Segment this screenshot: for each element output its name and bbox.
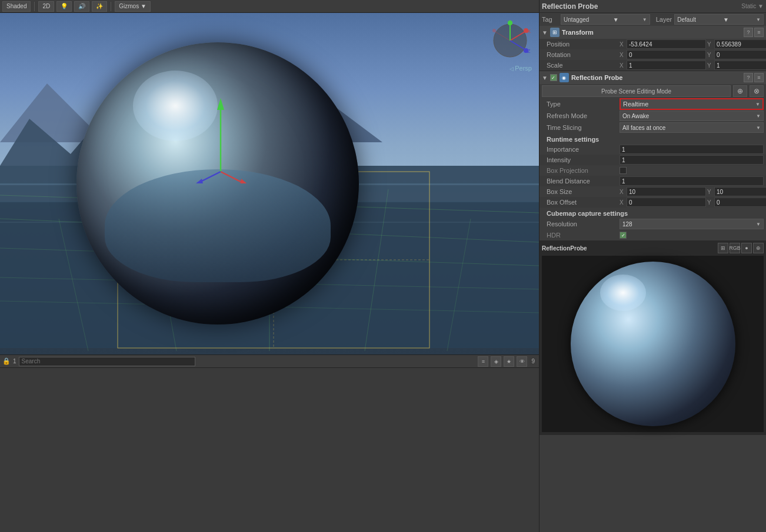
preview-expand-icon[interactable]: ⊕ (753, 243, 764, 253)
tag-dropdown[interactable]: Untagged ▼ (561, 14, 650, 25)
scale-y-field: Y (707, 61, 766, 70)
rp-settings-btn[interactable]: ≡ (754, 73, 764, 82)
hdr-checkbox[interactable]: ✓ (620, 232, 627, 239)
rp-header[interactable]: ▼ ✓ ◉ Reflection Probe ? ≡ (539, 71, 766, 84)
pos-y-input[interactable] (714, 39, 766, 49)
svg-text:Y: Y (508, 20, 512, 23)
scene-audio-btn[interactable]: 🔊 (74, 1, 89, 12)
preview-container (542, 256, 764, 432)
preview-highlight (600, 275, 646, 311)
preview-label-row: ReflectionProbe ⊞ RGB ● ⊕ (542, 243, 764, 253)
svg-line-16 (447, 219, 471, 351)
count-badge: 9 (529, 357, 537, 365)
refresh-mode-label: Refresh Mode (547, 112, 617, 119)
preview-grid-icon[interactable]: ⊞ (718, 243, 728, 253)
scale-x-input[interactable] (627, 61, 706, 70)
transform-settings-btn[interactable]: ≡ (754, 28, 764, 37)
rot-y-field: Y (707, 50, 766, 59)
time-slicing-dropdown[interactable]: All faces at once ▼ (620, 122, 764, 133)
time-slicing-arrow: ▼ (756, 125, 761, 131)
bottom-icons: ≡ ◈ ★ 👁 9 (478, 356, 537, 367)
box-x-input[interactable] (627, 187, 706, 196)
refresh-dropdown-arrow: ▼ (756, 113, 761, 119)
preview-rgb-icon[interactable]: RGB (730, 243, 740, 253)
tag-value: Untagged (564, 16, 589, 23)
box-projection-checkbox[interactable] (620, 167, 627, 174)
rotation-gizmo[interactable]: X Y Z (489, 20, 531, 62)
box-size-row: Box Size X Y Z (539, 186, 766, 197)
probe-edit-row: Probe Scene Editing Mode ⊕ ⊗ (539, 84, 766, 98)
rp-help-btn[interactable]: ? (744, 73, 753, 82)
object-name: Reflection Probe (542, 2, 739, 11)
box-y-input[interactable] (714, 187, 766, 196)
hierarchy-icon[interactable]: ≡ (478, 356, 488, 367)
scale-y-input[interactable] (714, 61, 766, 70)
resolution-arrow: ▼ (756, 222, 761, 227)
time-slicing-value: All faces at once (622, 125, 665, 131)
rp-fold-icon: ▼ (542, 75, 548, 81)
transform-tools: ? ≡ (744, 28, 764, 37)
pos-x-input[interactable] (627, 39, 706, 49)
refresh-mode-dropdown[interactable]: On Awake ▼ (620, 111, 764, 121)
offset-x-field: X (620, 198, 706, 207)
svg-line-14 (365, 189, 388, 351)
shading-mode-btn[interactable]: Shaded (2, 1, 31, 12)
box-offset-value: X Y Z (620, 198, 766, 207)
probe-snap-btn[interactable]: ⊗ (750, 85, 764, 97)
search-input[interactable] (19, 357, 195, 366)
offset-y-label: Y (707, 199, 713, 206)
rp-enabled-checkbox[interactable]: ✓ (550, 74, 557, 81)
project-panel (0, 367, 539, 532)
eye-icon[interactable]: 👁 (517, 356, 527, 367)
toolbar-sep (34, 2, 35, 11)
type-row: Type Realtime ▼ (539, 98, 766, 110)
type-dropdown[interactable]: Realtime ▼ (620, 98, 764, 110)
toolbar-sep2 (111, 2, 111, 11)
intensity-label: Intensity (547, 156, 617, 163)
pos-y-field: Y (707, 39, 766, 49)
probe-edit-btn[interactable]: Probe Scene Editing Mode (542, 85, 731, 97)
probe-move-btn[interactable]: ⊕ (733, 85, 747, 97)
blend-distance-label: Blend Distance (547, 178, 617, 185)
blend-distance-input[interactable] (620, 176, 764, 186)
scale-y-label: Y (707, 62, 713, 69)
offset-y-field: Y (707, 198, 766, 207)
box-x-field: X (620, 187, 706, 196)
preview-dot-icon[interactable]: ● (741, 243, 752, 253)
offset-x-input[interactable] (627, 198, 706, 207)
scale-x-label: X (620, 62, 625, 69)
offset-y-input[interactable] (714, 198, 766, 207)
layer-dropdown-arrow: ▼ (723, 16, 729, 23)
intensity-row: Intensity (539, 155, 766, 165)
rotation-gizmo-svg: X Y Z (489, 20, 531, 61)
filter-icon[interactable]: ◈ (491, 356, 501, 367)
star-icon[interactable]: ★ (504, 356, 514, 367)
box-projection-row: Box Projection (539, 165, 766, 176)
tag-layer-row: Tag Untagged ▼ Layer Default ▼ (539, 13, 766, 26)
rot-x-input[interactable] (627, 50, 706, 59)
persp-label[interactable]: Persp (509, 65, 532, 72)
rot-y-label: Y (707, 52, 713, 58)
scene-view[interactable]: X Y Z Persp (0, 13, 539, 354)
transform-header[interactable]: ▼ ⊞ Transform ? ≡ (539, 26, 766, 39)
type-dropdown-arrow: ▼ (755, 102, 760, 107)
pos-x-field: X (620, 39, 706, 49)
layer-dropdown[interactable]: Default ▼ (674, 14, 764, 25)
resolution-dropdown[interactable]: 128 ▼ (620, 219, 764, 229)
importance-input[interactable] (620, 145, 764, 154)
type-value: Realtime (623, 101, 648, 108)
inspector-panel: Reflection Probe Static ▼ Tag Untagged ▼… (539, 0, 766, 532)
intensity-input[interactable] (620, 155, 764, 165)
blend-distance-value-container (620, 176, 764, 186)
scene-toolbar: Shaded 2D 💡 🔊 ✨ Gizmos ▼ (0, 0, 539, 13)
rp-tools: ? ≡ (744, 73, 764, 82)
rot-y-input[interactable] (714, 50, 766, 59)
scene-2d-btn[interactable]: 2D (38, 1, 54, 12)
scene-light-btn[interactable]: 💡 (56, 1, 72, 12)
transform-help-btn[interactable]: ? (744, 28, 753, 37)
layer-value: Default (677, 16, 696, 23)
gizmos-btn[interactable]: Gizmos ▼ (115, 1, 151, 12)
scene-fx-btn[interactable]: ✨ (92, 1, 107, 12)
lock-icon: 🔒 (2, 357, 11, 365)
sphere-reflection (105, 169, 331, 282)
